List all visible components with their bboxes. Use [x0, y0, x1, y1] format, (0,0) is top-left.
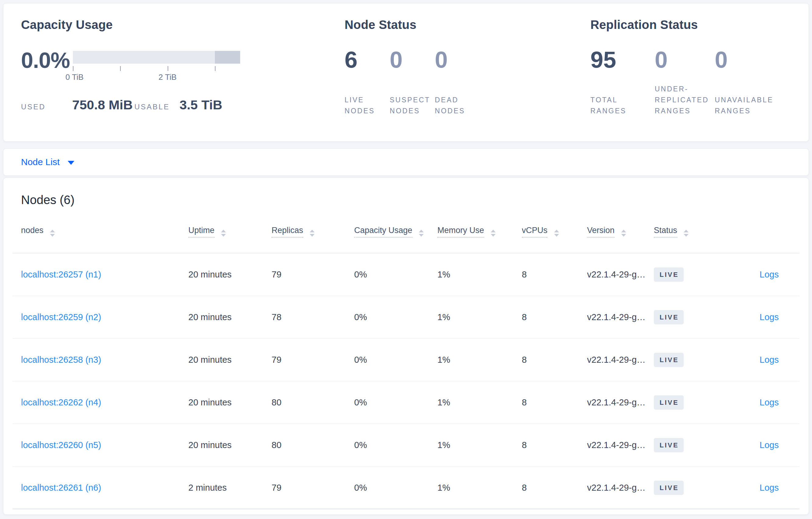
sort-arrows-icon[interactable]	[221, 230, 226, 237]
column-header-replicas[interactable]: Replicas	[271, 226, 354, 237]
column-header-nodes[interactable]: nodes	[12, 226, 188, 237]
suspect-nodes-label: SUSPECT NODES	[390, 94, 435, 116]
node-list-dropdown-label: Node List	[21, 157, 60, 167]
nodes-table-card: Nodes (6) nodes Uptime Replicas Capacity…	[3, 178, 809, 515]
replicas-cell: 79	[271, 355, 354, 365]
total-ranges-stat: 95 TOTAL RANGES	[590, 44, 655, 116]
status-cell: LIVE	[654, 395, 722, 410]
cluster-summary-card: Capacity Usage 0.0% 0 TiB 2 TiB	[3, 3, 809, 142]
node-cell: localhost:26258 (n3)	[12, 355, 188, 365]
capacity-overprovisioned-segment	[215, 51, 240, 64]
logs-link[interactable]: Logs	[760, 483, 779, 492]
logs-cell: Logs	[722, 440, 800, 450]
version-cell: v22.1.4-29-g…	[587, 312, 654, 322]
status-cell: LIVE	[654, 353, 722, 367]
dead-nodes-stat: 0 DEAD NODES	[435, 44, 480, 116]
capacity-gauge: 0.0% 0 TiB 2 TiB	[21, 44, 345, 82]
logs-link[interactable]: Logs	[760, 440, 779, 450]
sort-arrows-icon[interactable]	[419, 230, 424, 237]
under-replicated-ranges-stat: 0 UNDER- REPLICATED RANGES	[655, 44, 715, 116]
sort-arrows-icon[interactable]	[491, 230, 496, 237]
column-header-version[interactable]: Version	[587, 226, 654, 237]
node-link[interactable]: localhost:26258 (n3)	[21, 355, 101, 365]
capacity-usage-cell: 0%	[354, 355, 437, 365]
memory-use-cell: 1%	[437, 270, 522, 280]
status-badge: LIVE	[654, 267, 684, 282]
logs-link[interactable]: Logs	[760, 355, 779, 365]
logs-cell: Logs	[722, 397, 800, 407]
logs-link[interactable]: Logs	[760, 397, 779, 407]
column-header-capacity-usage[interactable]: Capacity Usage	[354, 226, 437, 237]
caret-down-icon	[68, 161, 75, 165]
under-replicated-ranges-count: 0	[655, 44, 715, 75]
logs-cell: Logs	[722, 312, 800, 322]
node-cell: localhost:26262 (n4)	[12, 397, 188, 407]
vcpus-cell: 8	[522, 440, 587, 450]
status-cell: LIVE	[654, 438, 722, 452]
status-badge: LIVE	[654, 438, 684, 452]
replicas-cell: 78	[271, 312, 354, 322]
sort-arrows-icon[interactable]	[554, 230, 559, 237]
vcpus-cell: 8	[522, 312, 587, 322]
capacity-used-usable-row: USED 750.8 MiB USABLE 3.5 TiB	[21, 97, 345, 112]
live-nodes-label: LIVE NODES	[345, 94, 390, 116]
column-header-vcpus[interactable]: vCPUs	[522, 226, 587, 237]
dead-nodes-count: 0	[435, 44, 480, 75]
replicas-cell: 79	[271, 270, 354, 280]
capacity-used-percent: 0.0%	[21, 44, 73, 82]
status-cell: LIVE	[654, 310, 722, 325]
replication-status-stats: 95 TOTAL RANGES 0 UNDER- REPLICATED RANG…	[590, 44, 791, 116]
suspect-nodes-stat: 0 SUSPECT NODES	[390, 44, 435, 116]
replicas-cell: 80	[271, 397, 354, 407]
capacity-usage-cell: 0%	[354, 270, 437, 280]
sort-arrows-icon[interactable]	[684, 230, 689, 237]
table-body: localhost:26257 (n1) 20 minutes 79 0% 1%…	[12, 253, 800, 509]
node-cell: localhost:26261 (n6)	[12, 483, 188, 493]
replicas-cell: 80	[271, 440, 354, 450]
vcpus-cell: 8	[522, 355, 587, 365]
unavailable-ranges-count: 0	[715, 44, 791, 75]
used-label: USED	[21, 103, 72, 111]
sort-arrows-icon[interactable]	[621, 230, 626, 237]
total-ranges-count: 95	[590, 44, 655, 75]
logs-cell: Logs	[722, 355, 800, 365]
unavailable-ranges-stat: 0 UNAVAILABLE RANGES	[715, 44, 791, 116]
uptime-cell: 20 minutes	[188, 270, 271, 280]
axis-tick-label: 0 TiB	[65, 72, 84, 82]
node-cell: localhost:26257 (n1)	[12, 270, 188, 280]
logs-link[interactable]: Logs	[760, 312, 779, 322]
nodes-heading: Nodes (6)	[21, 193, 791, 207]
version-cell: v22.1.4-29-g…	[587, 483, 654, 493]
sort-arrows-icon[interactable]	[310, 230, 315, 237]
node-cell: localhost:26260 (n5)	[12, 440, 188, 450]
table-row: localhost:26258 (n3) 20 minutes 79 0% 1%…	[12, 339, 800, 381]
node-list-dropdown[interactable]: Node List	[21, 157, 75, 167]
node-link[interactable]: localhost:26262 (n4)	[21, 397, 101, 407]
capacity-bar-chart: 0 TiB 2 TiB	[73, 44, 240, 82]
node-status-title: Node Status	[345, 18, 590, 32]
version-cell: v22.1.4-29-g…	[587, 440, 654, 450]
node-link[interactable]: localhost:26257 (n1)	[21, 270, 101, 279]
logs-link[interactable]: Logs	[760, 270, 779, 279]
node-link[interactable]: localhost:26260 (n5)	[21, 440, 101, 450]
node-link[interactable]: localhost:26259 (n2)	[21, 312, 101, 322]
version-cell: v22.1.4-29-g…	[587, 355, 654, 365]
view-selector-bar: Node List	[3, 148, 809, 176]
capacity-usage-cell: 0%	[354, 397, 437, 407]
memory-use-cell: 1%	[437, 483, 522, 493]
total-ranges-label: TOTAL RANGES	[590, 94, 655, 116]
unavailable-ranges-label: UNAVAILABLE RANGES	[715, 94, 791, 116]
node-link[interactable]: localhost:26261 (n6)	[21, 483, 101, 492]
sort-arrows-icon[interactable]	[50, 230, 55, 237]
table-row: localhost:26262 (n4) 20 minutes 80 0% 1%…	[12, 381, 800, 424]
capacity-usage-cell: 0%	[354, 483, 437, 493]
column-header-memory-use[interactable]: Memory Use	[437, 226, 522, 237]
uptime-cell: 20 minutes	[188, 312, 271, 322]
cluster-overview-page: Capacity Usage 0.0% 0 TiB 2 TiB	[0, 0, 812, 519]
memory-use-cell: 1%	[437, 440, 522, 450]
column-header-status[interactable]: Status	[654, 226, 722, 237]
column-header-uptime[interactable]: Uptime	[188, 226, 271, 237]
status-badge: LIVE	[654, 481, 684, 495]
status-badge: LIVE	[654, 353, 684, 367]
axis-tick	[215, 66, 215, 71]
